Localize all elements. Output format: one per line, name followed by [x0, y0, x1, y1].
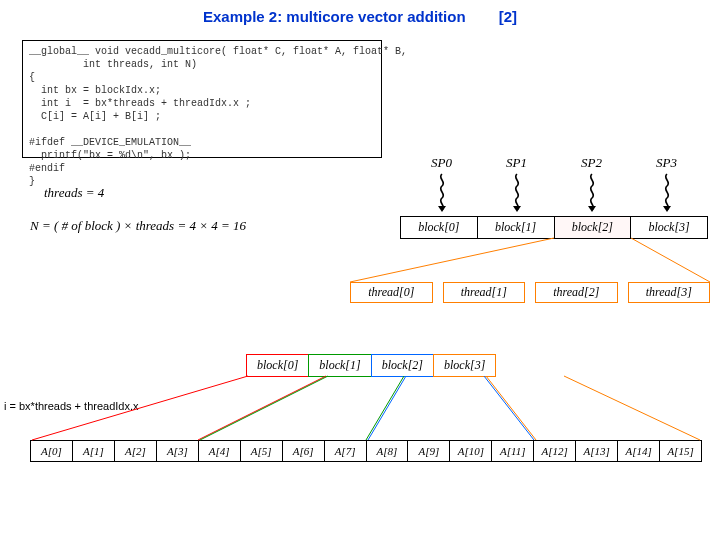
equation-n: N = ( # of block ) × threads = 4 × 4 = 1…: [30, 218, 246, 234]
sp-label: SP2: [554, 155, 629, 171]
svg-line-9: [564, 376, 700, 440]
svg-line-7: [484, 376, 534, 440]
svg-line-8: [486, 376, 536, 440]
array-cell: A[7]: [325, 441, 367, 461]
sp-label: SP0: [404, 155, 479, 171]
array-cell: A[3]: [157, 441, 199, 461]
array-cell: A[1]: [73, 441, 115, 461]
equation-index: i = bx*threads + threadIdx.x: [4, 400, 139, 412]
thread-cell: thread[1]: [443, 282, 526, 303]
sp-label: SP1: [479, 155, 554, 171]
array-cell: A[13]: [576, 441, 618, 461]
array-cell: A[11]: [492, 441, 534, 461]
array-row: A[0] A[1] A[2] A[3] A[4] A[5] A[6] A[7] …: [30, 440, 702, 462]
array-cell: A[2]: [115, 441, 157, 461]
svg-line-1: [631, 238, 710, 282]
array-cell: A[10]: [450, 441, 492, 461]
block-row-upper: block[0] block[1] block[2] block[3]: [400, 216, 708, 239]
code-listing: __global__ void vecadd_multicore( float*…: [22, 40, 382, 158]
thread-row: thread[0] thread[1] thread[2] thread[3]: [350, 282, 710, 303]
array-cell: A[14]: [618, 441, 660, 461]
array-cell: A[6]: [283, 441, 325, 461]
title-reference: [2]: [499, 8, 517, 25]
block2-cell: block[3]: [433, 354, 496, 377]
page-title: Example 2: multicore vector addition: [203, 8, 466, 25]
array-cell: A[4]: [199, 441, 241, 461]
thread-cell: thread[0]: [350, 282, 433, 303]
block2-cell: block[2]: [371, 354, 434, 377]
block2-cell: block[0]: [246, 354, 309, 377]
thread-cell: thread[3]: [628, 282, 711, 303]
sp-labels-row: SP0 SP1 SP2 SP3: [404, 155, 704, 171]
squiggle-row: [404, 172, 704, 214]
block-cell: block[2]: [555, 217, 632, 238]
svg-line-3: [198, 376, 326, 440]
svg-line-0: [350, 238, 554, 282]
thread-cell: thread[2]: [535, 282, 618, 303]
block-cell: block[1]: [478, 217, 555, 238]
array-cell: A[9]: [408, 441, 450, 461]
block-cell: block[3]: [631, 217, 707, 238]
svg-line-5: [366, 376, 404, 440]
array-cell: A[5]: [241, 441, 283, 461]
squiggle-arrow-icon: [433, 172, 451, 214]
squiggle-arrow-icon: [583, 172, 601, 214]
array-cell: A[8]: [367, 441, 409, 461]
block2-cell: block[1]: [308, 354, 371, 377]
sp-label: SP3: [629, 155, 704, 171]
squiggle-arrow-icon: [658, 172, 676, 214]
array-cell: A[12]: [534, 441, 576, 461]
svg-line-6: [368, 376, 406, 440]
block-row-lower: block[0] block[1] block[2] block[3]: [246, 354, 495, 377]
equation-threads: threads = 4: [44, 185, 104, 201]
array-cell: A[15]: [660, 441, 701, 461]
svg-line-4: [200, 376, 328, 440]
block-cell: block[0]: [401, 217, 478, 238]
squiggle-arrow-icon: [508, 172, 526, 214]
array-cell: A[0]: [31, 441, 73, 461]
